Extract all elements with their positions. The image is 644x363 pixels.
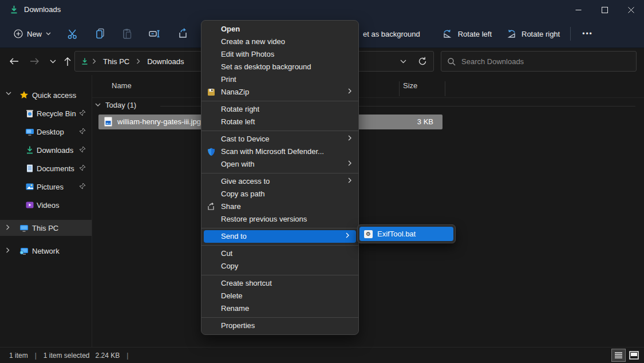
set-as-background-label: et as background <box>363 30 420 38</box>
set-as-background-button[interactable]: et as background <box>356 25 427 43</box>
address-dropdown-chevron[interactable] <box>394 53 412 69</box>
downloads-icon <box>25 145 34 155</box>
see-more-button[interactable]: ••• <box>574 30 601 38</box>
menu-item-cast-to-device[interactable]: Cast to Device <box>202 133 358 145</box>
rotate-right-label: Rotate right <box>521 30 560 38</box>
column-divider[interactable] <box>399 81 400 96</box>
maximize-button[interactable] <box>591 0 618 20</box>
menu-item-delete[interactable]: Delete <box>202 290 358 302</box>
menu-item-edit-with-photos[interactable]: Edit with Photos <box>202 48 358 61</box>
menu-item-open-with[interactable]: Open with <box>202 158 358 171</box>
menu-item-rotate-right[interactable]: Rotate right <box>202 103 358 116</box>
menu-item-open[interactable]: Open <box>202 23 358 35</box>
context-menu: Open Create a new video Edit with Photos… <box>201 20 359 335</box>
rename-icon[interactable] <box>148 27 161 41</box>
menu-item-create-a-new-video[interactable]: Create a new video <box>202 35 358 48</box>
menu-item-label: Delete <box>221 291 243 300</box>
menu-item-label: Properties <box>221 321 255 330</box>
menu-item-send-to[interactable]: Send to <box>204 230 356 243</box>
share-icon[interactable] <box>175 27 189 41</box>
sidebar-item-downloads[interactable]: Downloads <box>0 142 92 158</box>
share-icon <box>207 202 216 211</box>
sidebar-divider <box>92 75 92 347</box>
menu-item-rotate-left[interactable]: Rotate left <box>202 116 358 128</box>
this-pc-icon <box>19 223 29 232</box>
sidebar-item-videos[interactable]: Videos <box>0 197 92 213</box>
batch-file-icon: ⚙ <box>364 230 373 238</box>
send-to-submenu: ⚙ ExifTool.bat <box>357 224 456 243</box>
image-file-icon <box>104 117 112 127</box>
menu-item-properties[interactable]: Properties <box>202 319 358 332</box>
status-bar: 1 item | 1 item selected 2.24 KB | <box>0 347 644 363</box>
recycle-bin-icon <box>25 109 34 118</box>
pictures-icon <box>25 182 34 191</box>
menu-item-rename[interactable]: Rename <box>202 302 358 315</box>
rotate-left-label: Rotate left <box>458 30 492 38</box>
menu-item-label: Copy <box>221 262 238 270</box>
menu-item-set-as-desktop-background[interactable]: Set as desktop background <box>202 61 358 73</box>
rotate-right-button[interactable]: Rotate right <box>499 25 567 43</box>
copy-icon[interactable] <box>93 27 107 41</box>
menu-item-label: Set as desktop background <box>221 62 311 71</box>
menu-item-scan-with-defender[interactable]: Scan with Microsoft Defender... <box>202 145 358 158</box>
menu-item-print[interactable]: Print <box>202 73 358 86</box>
menu-item-label: Create a new video <box>221 37 285 46</box>
submenu-item-exiftool[interactable]: ⚙ ExifTool.bat <box>359 227 453 241</box>
column-divider[interactable] <box>445 81 445 96</box>
group-header-today[interactable]: Today (1) <box>95 101 136 109</box>
sidebar-quick-access-label: Quick access <box>32 91 76 100</box>
sidebar-item-desktop[interactable]: Desktop <box>0 124 92 140</box>
menu-item-create-shortcut[interactable]: Create shortcut <box>202 277 358 290</box>
chevron-down-icon[interactable] <box>6 92 11 96</box>
breadcrumb-this-pc[interactable]: This PC <box>100 57 133 66</box>
menu-item-label: Print <box>221 75 236 84</box>
search-input[interactable]: Search Downloads <box>441 51 637 72</box>
thumbnail-view-button[interactable] <box>627 349 641 361</box>
minimize-button[interactable] <box>565 0 591 20</box>
view-toggle-group <box>612 349 641 361</box>
menu-item-copy-as-path[interactable]: Copy as path <box>202 188 358 200</box>
menu-item-copy[interactable]: Copy <box>202 260 358 273</box>
column-header-name[interactable]: Name <box>112 81 132 90</box>
menu-separator <box>202 243 358 247</box>
menu-item-share[interactable]: Share <box>202 200 358 213</box>
menu-item-label: Rotate left <box>221 117 255 126</box>
submenu-chevron-icon <box>347 135 352 141</box>
close-button[interactable] <box>618 0 644 20</box>
column-header-size[interactable]: Size <box>403 81 417 90</box>
menu-item-cut[interactable]: Cut <box>202 247 358 260</box>
menu-item-nanazip[interactable]: NanaZip <box>202 86 358 98</box>
menu-item-restore-previous-versions[interactable]: Restore previous versions <box>202 213 358 226</box>
rotate-left-button[interactable]: Rotate left <box>435 25 499 43</box>
network-icon <box>19 246 29 255</box>
cut-icon[interactable] <box>66 27 80 41</box>
breadcrumb-downloads[interactable]: Downloads <box>144 57 187 66</box>
sidebar-quick-access[interactable]: Quick access <box>0 87 92 103</box>
header-underline <box>92 97 644 98</box>
sidebar-item-documents[interactable]: Documents <box>0 160 92 176</box>
new-button-label: New <box>27 30 42 38</box>
new-button[interactable]: New <box>8 25 57 42</box>
pin-icon <box>79 128 86 135</box>
sidebar-item-label: Pictures <box>37 183 64 191</box>
sidebar-item-recycle-bin[interactable]: Recycle Bin <box>0 105 92 121</box>
chevron-right-icon[interactable] <box>6 247 10 253</box>
back-button[interactable] <box>5 52 23 70</box>
status-separator: | <box>35 352 37 360</box>
paste-icon[interactable] <box>120 27 134 41</box>
sidebar-item-this-pc[interactable]: This PC <box>0 220 92 236</box>
chevron-down-icon[interactable] <box>95 103 101 107</box>
sidebar-item-pictures[interactable]: Pictures <box>0 179 92 195</box>
sidebar-item-network[interactable]: Network <box>0 243 92 259</box>
refresh-icon[interactable] <box>414 53 431 69</box>
chevron-down-icon <box>46 32 51 35</box>
forward-button[interactable] <box>25 52 44 70</box>
submenu-chevron-icon <box>345 232 350 239</box>
rotate-left-icon <box>442 28 453 40</box>
menu-item-label: Send to <box>221 232 247 240</box>
sidebar-item-label: Recycle Bin <box>37 109 76 118</box>
titlebar: Downloads <box>0 0 644 20</box>
details-view-button[interactable] <box>612 349 625 361</box>
chevron-right-icon[interactable] <box>6 224 10 230</box>
menu-item-give-access-to[interactable]: Give access to <box>202 175 358 188</box>
